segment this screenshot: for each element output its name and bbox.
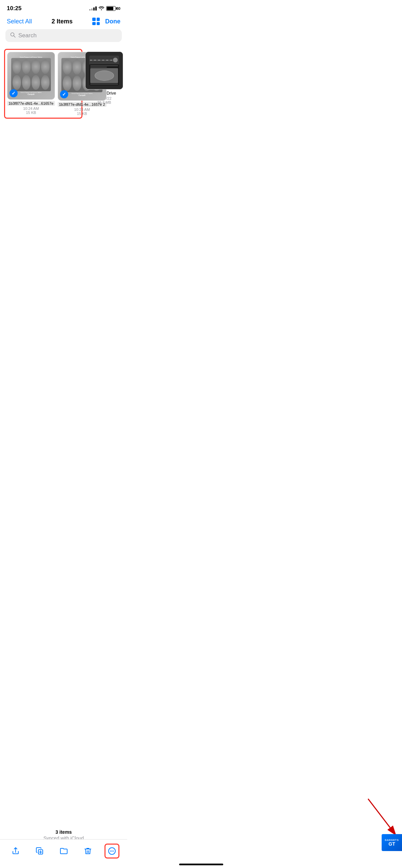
done-button[interactable]: Done [105, 18, 120, 25]
signal-icon [89, 6, 97, 11]
navigation-bar: Select All 2 Items Done [0, 15, 127, 29]
search-input[interactable]: Search [18, 32, 37, 39]
file-thumbnail-3 [85, 52, 123, 90]
page-title: 2 Items [52, 18, 73, 25]
search-container: Search [0, 29, 127, 46]
battery-icon: 80 [106, 6, 120, 11]
file-size: 16.7 MB [97, 100, 111, 104]
files-grid: Carica Papaya Leaf Extract Tablets Caric… [0, 46, 127, 121]
grid-view-button[interactable] [92, 18, 100, 25]
selected-files-group: Carica Papaya Leaf Extract Tablets Caric… [4, 49, 82, 119]
status-bar: 10:25 80 [0, 0, 127, 15]
wifi-icon [99, 6, 104, 11]
status-time: 10:25 [7, 5, 21, 12]
list-item[interactable]: Carica Papaya Leaf Extract Tablets Caric… [7, 52, 55, 116]
select-all-button[interactable]: Select All [7, 18, 32, 25]
search-bar[interactable]: Search [5, 29, 122, 42]
nav-right-actions: Done [92, 18, 120, 25]
status-icons: 80 [89, 6, 120, 11]
file-name: 1b3f877e-dfd1-4e...61657e [7, 101, 55, 106]
file-thumbnail-1: Carica Papaya Leaf Extract Tablets Caric… [7, 52, 55, 100]
search-icon [10, 32, 16, 39]
file-size: 15 KB [26, 111, 36, 115]
svg-line-1 [14, 36, 16, 38]
selected-checkmark [9, 89, 18, 97]
file-time: 10:24 AM [23, 106, 39, 111]
selected-checkmark [60, 90, 68, 98]
list-item[interactable]: Google Drive 23/09/22 16.7 MB [85, 49, 123, 119]
